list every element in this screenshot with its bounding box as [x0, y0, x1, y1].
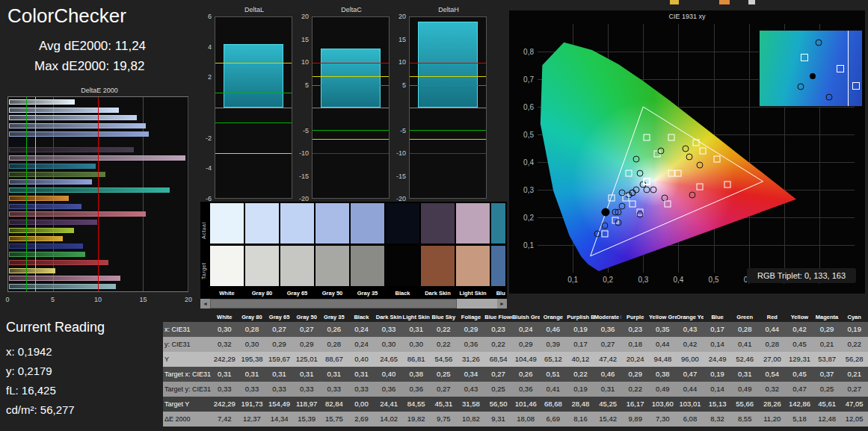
table-cell: 0,22 [840, 337, 868, 352]
deltah-plot [409, 16, 487, 199]
table-cell: 0,39 [540, 337, 567, 352]
ref-line-green [215, 93, 292, 93]
row-label: Y [163, 352, 211, 367]
zero-baseline [215, 108, 292, 108]
table-cell: 7,42 [211, 412, 238, 427]
measured-point [682, 145, 689, 152]
target-swatch [491, 246, 505, 286]
deltae-bar [9, 172, 105, 177]
patch-cell[interactable] [245, 203, 279, 286]
actual-swatch [316, 203, 349, 244]
table-cell: 31,58 [458, 397, 485, 412]
axis-tick-label: 10 [391, 58, 406, 66]
axis-tick-label: -4 [197, 164, 212, 172]
table-cell: 16,17 [621, 397, 649, 412]
table-cell: 118,97 [293, 397, 321, 412]
actual-swatch [245, 203, 279, 244]
target-swatch [245, 246, 279, 286]
patch-cell[interactable] [316, 203, 349, 286]
column-header: Black [348, 312, 375, 322]
column-header: Moderate Red [594, 312, 622, 322]
table-cell: 28,48 [567, 397, 594, 412]
ref-line-green [215, 123, 292, 123]
reading-cdm2: cd/m²: 56,277 [6, 403, 75, 416]
patch-cell[interactable] [280, 203, 314, 286]
table-cell: 47,42 [594, 352, 622, 367]
axis-tick-label: -15 [294, 173, 309, 180]
scrollbar-thumb[interactable] [210, 299, 457, 308]
strip-cells [210, 203, 505, 286]
table-cell: 0,42 [677, 337, 704, 352]
table-cell: 0,32 [211, 337, 238, 352]
current-reading-point [602, 208, 610, 217]
row-label: y: CIE31 [163, 337, 211, 352]
table-cell: 0,19 [567, 322, 594, 337]
scroll-left-button[interactable]: ◄ [200, 299, 210, 308]
table-cell: 24,41 [375, 397, 403, 412]
table-row: Target Y242,29191,73154,49118,9782,840,0… [163, 397, 868, 412]
axis-tick-label: 5 [51, 296, 55, 303]
patch-cell[interactable] [351, 203, 384, 286]
deltae-bar [9, 252, 85, 257]
axis-tick-label: 2 [197, 73, 212, 81]
column-header: Purple [621, 312, 649, 322]
axis-tick-label: -10 [391, 149, 406, 157]
table-cell: 19,82 [402, 412, 430, 427]
patch-label: Blue Sky [491, 290, 505, 298]
table-cell: 0,14 [704, 337, 731, 352]
patch-cell[interactable] [386, 203, 419, 286]
table-cell: 96,00 [677, 352, 704, 367]
deltal-chart: DeltaL 642-2-4-6 [197, 6, 294, 202]
axis-tick-label: 10 [294, 58, 309, 66]
table-cell: 0,45 [786, 367, 813, 382]
table-cell: 0,33 [238, 382, 266, 397]
patch-scrollbar[interactable]: ◄ ► [200, 299, 507, 308]
patch-label: Gray 50 [316, 290, 349, 298]
table-cell: 0,27 [840, 382, 868, 397]
table-cell: 0,22 [430, 322, 458, 337]
deltae-bar [9, 196, 69, 201]
ref-line-yellow [313, 76, 389, 77]
axis-tick-label: 10 [94, 296, 102, 303]
current-reading-title: Current Reading [6, 320, 105, 335]
measured-point [601, 223, 608, 229]
axis-tick-label: -5 [391, 127, 406, 134]
table-cell: 0,36 [594, 322, 622, 337]
table-cell: 159,67 [265, 352, 293, 367]
table-cell: 12,05 [840, 412, 868, 427]
target-swatch [210, 246, 244, 286]
table-cell: 0,37 [813, 367, 841, 382]
table-cell: 0,28 [321, 337, 348, 352]
column-header: Blue Sky [430, 312, 458, 322]
target-point [724, 181, 731, 187]
table-cell: 0,19 [567, 382, 594, 397]
patch-cell[interactable] [210, 203, 244, 286]
table-row: y: CIE310,320,300,290,290,280,240,300,30… [163, 337, 868, 352]
scroll-right-button[interactable]: ► [497, 299, 507, 308]
table-cell: 27,00 [759, 352, 787, 367]
table-cell: 15,75 [321, 412, 348, 427]
patch-cell[interactable] [491, 203, 505, 286]
patch-cell[interactable] [456, 203, 490, 286]
table-cell: 0,44 [677, 382, 704, 397]
table-cell: 0,28 [238, 322, 266, 337]
table-cell: 45,31 [430, 397, 458, 412]
row-label: ΔE 2000 [163, 412, 211, 427]
table-cell: 0,25 [813, 382, 841, 397]
table-cell: 0,22 [567, 367, 594, 382]
table-cell: 52,46 [731, 352, 759, 367]
table-cell: 47,05 [840, 397, 868, 412]
table-cell: 0,31 [731, 367, 759, 382]
table-cell: 0,31 [265, 367, 293, 382]
table-cell: 28,26 [759, 397, 787, 412]
arrow-left-icon: ◄ [203, 301, 208, 306]
max-de2000-value: Max dE2000: 19,82 [34, 59, 144, 74]
patch-cell[interactable] [421, 203, 455, 286]
target-point [608, 195, 615, 202]
table-cell: 12,37 [238, 412, 266, 427]
table-cell: 0,38 [649, 367, 677, 382]
axis-tick-label: 0,1 [523, 241, 534, 249]
patch-viewport [210, 203, 505, 288]
table-cell: 0,17 [704, 322, 731, 337]
table-cell: 0,47 [786, 382, 813, 397]
